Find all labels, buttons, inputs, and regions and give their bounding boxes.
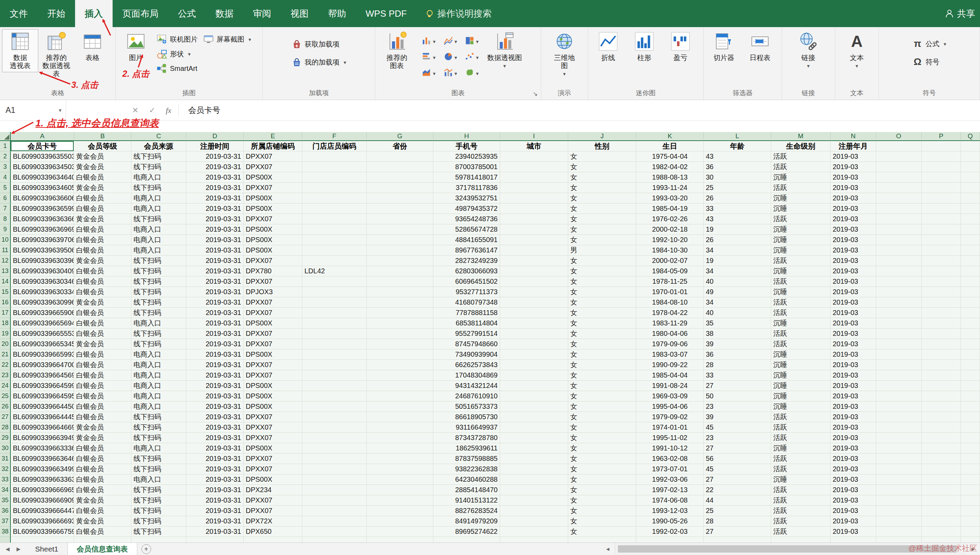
cell-A7[interactable]: BL60990339636599 — [11, 204, 74, 214]
cell-F18[interactable] — [302, 318, 366, 329]
cell-J8[interactable]: 女 — [568, 214, 636, 225]
cell-I21[interactable] — [500, 350, 568, 360]
sparkline-column-button[interactable]: 柱形 — [626, 29, 662, 64]
column-header-N[interactable]: N — [831, 132, 876, 141]
slicer-button[interactable]: 切片器 — [706, 29, 742, 64]
cell-H29[interactable]: 87343728780 — [433, 433, 500, 443]
column-header-M[interactable]: M — [771, 132, 831, 141]
cell-A23[interactable]: BL60990339664569 — [11, 370, 74, 381]
cell-J11[interactable]: 男 — [568, 245, 636, 256]
cell-F34[interactable] — [302, 485, 366, 495]
cell-F4[interactable] — [302, 172, 366, 183]
cell-M28[interactable]: 活跃 — [771, 422, 831, 433]
cell-C5[interactable]: 线下扫码 — [131, 183, 186, 193]
cell-J10[interactable]: 女 — [568, 235, 636, 245]
cell-C10[interactable]: 电商入口 — [131, 235, 186, 245]
cell-O32[interactable] — [876, 464, 922, 475]
cell-I12[interactable] — [500, 256, 568, 266]
cell-J15[interactable]: 女 — [568, 287, 636, 297]
cell-N16[interactable]: 2019-03 — [831, 297, 876, 308]
shapes-dropdown-icon[interactable]: ▾ — [188, 51, 191, 57]
cell-M23[interactable]: 沉睡 — [771, 370, 831, 381]
cell-F20[interactable] — [302, 339, 366, 350]
cell-A38[interactable]: BL60990339666759 — [11, 526, 74, 537]
row-header-27[interactable]: 27 — [0, 412, 11, 422]
cell-M31[interactable]: 活跃 — [771, 454, 831, 464]
cell-D9[interactable]: 2019-03-31 — [186, 225, 244, 235]
cell-G10[interactable] — [366, 235, 433, 245]
sheet-tab-member-info-query[interactable]: 会员信息查询表 — [68, 543, 137, 555]
cell-J3[interactable]: 女 — [568, 162, 636, 172]
cell-G[interactable] — [366, 537, 433, 542]
cell-L35[interactable]: 44 — [704, 495, 771, 506]
cell-P35[interactable] — [922, 495, 961, 506]
cell-C25[interactable]: 电商入口 — [131, 391, 186, 401]
cell-P28[interactable] — [922, 422, 961, 433]
column-header-B[interactable]: B — [74, 132, 131, 141]
cell-P21[interactable] — [922, 350, 961, 360]
cell-B24[interactable]: 白银会员 — [74, 381, 131, 391]
cell-Q27[interactable] — [961, 412, 980, 422]
cell-O8[interactable] — [876, 214, 922, 225]
cell-J20[interactable]: 女 — [568, 339, 636, 350]
insert-line-chart-button[interactable]: ▾ — [439, 33, 461, 49]
cell-I27[interactable] — [500, 412, 568, 422]
column-header-K[interactable]: K — [636, 132, 704, 141]
cell-H24[interactable]: 94314321244 — [433, 381, 500, 391]
cell-G15[interactable] — [366, 287, 433, 297]
cell-C8[interactable]: 线下扫码 — [131, 214, 186, 225]
cell-M10[interactable]: 沉睡 — [771, 235, 831, 245]
cell-I32[interactable] — [500, 464, 568, 475]
cell-G21[interactable] — [366, 350, 433, 360]
cell-O19[interactable] — [876, 329, 922, 339]
cell-O1[interactable] — [876, 141, 922, 151]
text-button[interactable]: A 文本 ▾ — [840, 29, 874, 71]
cell-O11[interactable] — [876, 245, 922, 256]
add-sheet-button[interactable]: + — [141, 544, 151, 554]
cell-A3[interactable]: BL60990339634503 — [11, 162, 74, 172]
insert-hierarchy-chart-button[interactable]: ▾ — [461, 33, 482, 49]
cell-D19[interactable]: 2019-03-31 — [186, 329, 244, 339]
cell-C9[interactable]: 电商入口 — [131, 225, 186, 235]
cell-J31[interactable]: 女 — [568, 454, 636, 464]
row-header-15[interactable]: 15 — [0, 287, 11, 297]
cell-C11[interactable]: 电商入口 — [131, 245, 186, 256]
cell-G35[interactable] — [366, 495, 433, 506]
scrollbar-thumb[interactable] — [618, 545, 957, 553]
cell-O38[interactable] — [876, 526, 922, 537]
cell-I7[interactable] — [500, 204, 568, 214]
cell-Q34[interactable] — [961, 485, 980, 495]
select-all-button[interactable] — [0, 132, 11, 141]
cell-J14[interactable]: 女 — [568, 276, 636, 287]
three-d-map-button[interactable]: 三维地 图 ▾ — [546, 29, 582, 79]
area-chart-dropdown-icon[interactable]: ▾ — [433, 71, 436, 76]
cell-K29[interactable]: 1995-11-02 — [636, 433, 704, 443]
cell-G31[interactable] — [366, 454, 433, 464]
cell-P[interactable] — [922, 537, 961, 542]
timeline-button[interactable]: 日程表 — [742, 29, 778, 64]
cell-K21[interactable]: 1983-03-07 — [636, 350, 704, 360]
cell-N26[interactable]: 2019-03 — [831, 401, 876, 412]
cell-K6[interactable]: 1993-03-20 — [636, 193, 704, 204]
cell-L28[interactable]: 45 — [704, 422, 771, 433]
sparkline-winloss-button[interactable]: 盈亏 — [662, 29, 699, 64]
column-header-A[interactable]: A — [11, 132, 74, 141]
cell-O10[interactable] — [876, 235, 922, 245]
cell-H25[interactable]: 24687610910 — [433, 391, 500, 401]
cell-P38[interactable] — [922, 526, 961, 537]
cell-E24[interactable]: DPS00X — [244, 381, 302, 391]
cell-Q23[interactable] — [961, 370, 980, 381]
cell-B7[interactable]: 白银会员 — [74, 204, 131, 214]
cell-L5[interactable]: 25 — [704, 183, 771, 193]
cell-N37[interactable]: 2019-03 — [831, 516, 876, 526]
cell-G25[interactable] — [366, 391, 433, 401]
cell-F29[interactable] — [302, 433, 366, 443]
cell-C14[interactable]: 线下扫码 — [131, 276, 186, 287]
cell-F6[interactable] — [302, 193, 366, 204]
cell-H14[interactable]: 60696451502 — [433, 276, 500, 287]
cell-A4[interactable]: BL60990339634640 — [11, 172, 74, 183]
cell-P25[interactable] — [922, 391, 961, 401]
link-dropdown-icon[interactable]: ▾ — [807, 63, 810, 68]
cell-I19[interactable] — [500, 329, 568, 339]
cell-L13[interactable]: 34 — [704, 266, 771, 276]
